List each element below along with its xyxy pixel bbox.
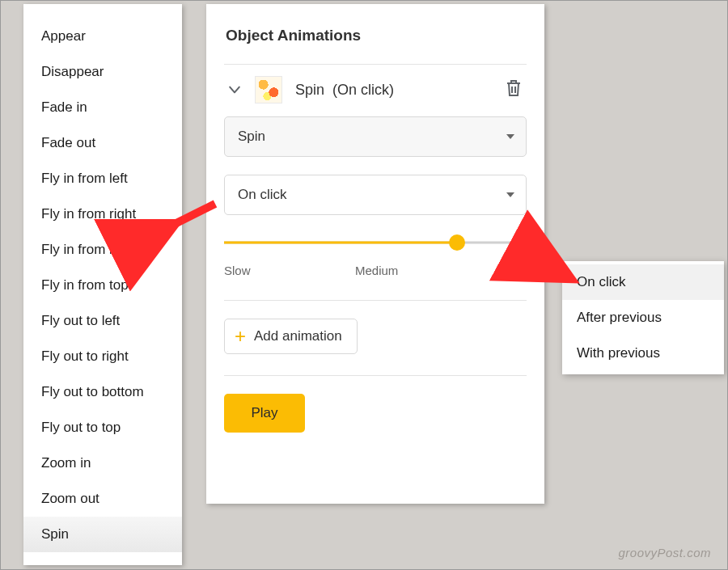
slider-fill	[224, 242, 457, 244]
add-animation-label: Add animation	[254, 328, 342, 344]
object-animations-panel: Object Animations Spin (On click) Spin O…	[206, 4, 544, 504]
animation-type-dropdown[interactable]: Spin	[224, 116, 527, 157]
object-thumbnail	[255, 76, 282, 103]
animation-type-option[interactable]: Fly out to top	[23, 410, 182, 445]
current-animation-label: Spin (On click)	[295, 82, 504, 99]
animation-type-option[interactable]: Fly out to right	[23, 339, 182, 374]
current-animation-name: Spin	[295, 82, 324, 98]
animation-type-option[interactable]: Fade out	[23, 125, 182, 161]
panel-title: Object Animations	[224, 4, 527, 65]
play-button[interactable]: Play	[224, 394, 305, 433]
svg-line-1	[520, 251, 565, 276]
animation-type-option[interactable]: Zoom in	[23, 445, 182, 481]
animation-type-option[interactable]: Fly out to left	[23, 303, 182, 339]
divider	[224, 375, 527, 376]
animation-type-option[interactable]: Zoom out	[23, 481, 182, 517]
animation-type-option[interactable]: Fly out to bottom	[23, 374, 182, 410]
slider-thumb[interactable]	[449, 234, 465, 251]
animation-type-option[interactable]: Appear	[23, 19, 182, 54]
animation-type-value: Spin	[238, 129, 265, 145]
timing-option[interactable]: On click	[562, 264, 724, 300]
current-animation-trigger: (On click)	[332, 82, 394, 98]
animation-type-option[interactable]: Fade in	[23, 90, 182, 125]
caret-down-icon	[506, 192, 514, 197]
timing-option[interactable]: With previous	[562, 336, 724, 371]
add-animation-button[interactable]: + Add animation	[224, 319, 358, 354]
speed-slider-labels: Slow Medium Fast	[224, 264, 527, 301]
speed-label-slow: Slow	[224, 264, 251, 277]
animation-type-option[interactable]: Fly in from left	[23, 161, 182, 196]
animation-type-option[interactable]: Fly in from top	[23, 268, 182, 303]
current-animation-row: Spin (On click)	[224, 65, 527, 116]
plus-icon: +	[235, 327, 246, 346]
svg-line-0	[170, 204, 215, 226]
trash-icon[interactable]	[504, 78, 527, 101]
chevron-down-icon[interactable]	[224, 79, 245, 100]
animation-type-option[interactable]: Disappear	[23, 54, 182, 90]
watermark: groovyPost.com	[618, 546, 711, 559]
animation-timing-menu: On clickAfter previousWith previous	[562, 261, 724, 374]
animation-type-menu: AppearDisappearFade inFade outFly in fro…	[23, 4, 182, 565]
animation-type-option[interactable]: Spin	[23, 517, 182, 552]
timing-option[interactable]: After previous	[562, 300, 724, 336]
speed-slider-wrap: Slow Medium Fast	[224, 233, 527, 301]
speed-slider[interactable]	[224, 233, 527, 252]
caret-down-icon	[506, 134, 514, 139]
animation-trigger-dropdown[interactable]: On click	[224, 175, 527, 215]
speed-label-medium: Medium	[355, 264, 398, 277]
animation-trigger-value: On click	[238, 187, 286, 203]
